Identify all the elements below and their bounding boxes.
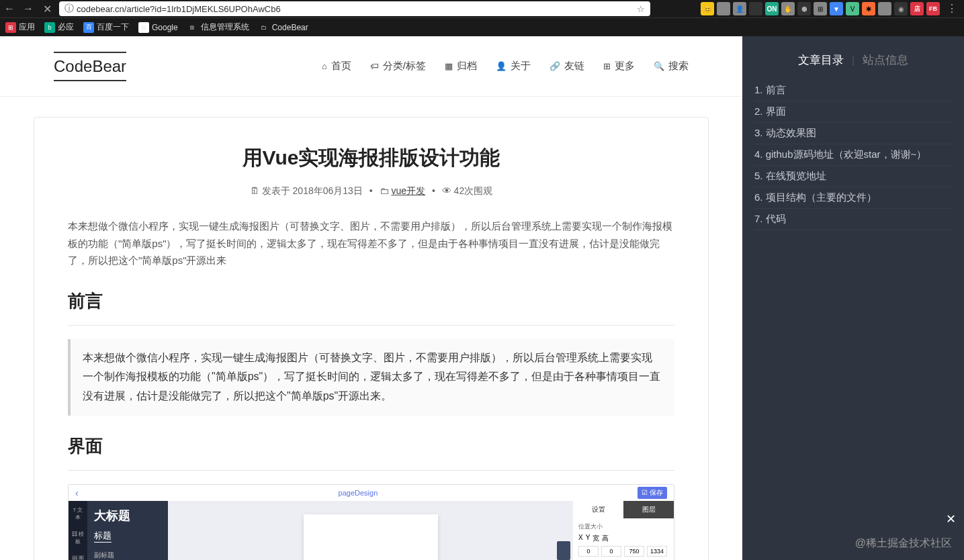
toc-item[interactable]: 2. 界面 (754, 101, 952, 123)
bookmark-codebear[interactable]: 🗀 CodeBear (259, 22, 308, 33)
stop-button[interactable]: ✕ (40, 2, 54, 15)
nav-home[interactable]: ⌂首页 (322, 60, 351, 73)
nav-more[interactable]: ⊞更多 (603, 60, 635, 73)
toc-item[interactable]: 1. 前言 (754, 80, 952, 101)
home-icon: ⌂ (322, 61, 327, 71)
bookmark-bing[interactable]: b 必应 (44, 21, 74, 33)
url-text: codebear.cn/article?id=1lrb1DjMEKLS6UPOh… (77, 4, 281, 14)
ext-icon[interactable]: 😊 (701, 2, 714, 15)
lp-title: 标题 (94, 530, 112, 543)
foreword-quote: 本来想做个微信小程序，实现一键生成海报图片（可替换文字、图片，不需要用户排版），… (68, 339, 674, 416)
nav-links[interactable]: 🔗友链 (550, 60, 584, 73)
bookmark-baidu[interactable]: 百 百度一下 (83, 21, 129, 33)
site-logo[interactable]: CodeBear (54, 52, 126, 81)
article-title: 用Vue实现海报排版设计功能 (68, 144, 674, 172)
info-icon[interactable]: ⓘ (64, 3, 74, 15)
toc-sidebar: 文章目录 | 站点信息 1. 前言 2. 界面 3. 动态效果图 4. gith… (742, 36, 964, 560)
lp-bigtitle: 大标题 (94, 508, 161, 524)
tool-image: ▦ 图片 (71, 555, 85, 560)
user-icon: 👤 (496, 61, 507, 71)
watermark: @稀土掘金技术社区 (855, 536, 952, 551)
nav-about[interactable]: 👤关于 (496, 60, 531, 73)
more-icon: ⊞ (603, 61, 611, 71)
tool-template: ☷ 模板 (71, 530, 85, 545)
nav-search[interactable]: 🔍搜索 (654, 60, 689, 73)
embed-title: pageDesign (79, 489, 638, 497)
rp-tab-settings: 设置 (573, 501, 623, 518)
main-nav: ⌂首页 🏷分类/标签 ▦归档 👤关于 🔗友链 ⊞更多 🔍搜索 (322, 60, 689, 73)
divider (68, 470, 674, 471)
ext-icon[interactable]: 👤 (733, 2, 746, 15)
canvas-page (304, 514, 438, 560)
ext-icon[interactable]: FB (926, 2, 940, 15)
nav-tags[interactable]: 🏷分类/标签 (370, 60, 426, 73)
article-card: 用Vue实现海报排版设计功能 🗓 发表于 2018年06月13日 • 🗀 vue… (34, 117, 709, 560)
ext-icon[interactable]: ON (765, 2, 779, 15)
toc-item[interactable]: 4. github源码地址（欢迎star，谢谢~） (754, 144, 952, 166)
ext-icon[interactable]: 店 (910, 2, 924, 15)
ext-icon[interactable]: ⊞ (814, 2, 827, 15)
section-interface: 界面 (68, 434, 674, 458)
url-bar[interactable]: ⓘ codebear.cn/article?id=1lrb1DjMEKLS6UP… (59, 1, 650, 16)
toc-tab-siteinfo[interactable]: 站点信息 (863, 52, 908, 68)
link-icon: 🔗 (550, 61, 560, 71)
toc-item[interactable]: 3. 动态效果图 (754, 123, 952, 144)
bookmark-mis[interactable]: 🗎 信息管理系统 (187, 21, 249, 33)
ext-icon[interactable]: ▼ (830, 2, 843, 15)
search-icon: 🔍 (654, 61, 664, 71)
tag-icon: 🏷 (370, 61, 379, 71)
toc-item[interactable]: 5. 在线预览地址 (754, 166, 952, 187)
site-header: CodeBear ⌂首页 🏷分类/标签 ▦归档 👤关于 🔗友链 ⊞更多 🔍搜索 (0, 36, 742, 97)
calendar-icon: 🗓 (250, 185, 259, 196)
star-icon[interactable]: ☆ (637, 4, 645, 14)
ext-icon[interactable]: ⬢ (797, 2, 811, 15)
divider (68, 325, 674, 326)
bookmark-apps[interactable]: ⊞ 应用 (5, 21, 35, 33)
archive-icon: ▦ (445, 61, 453, 71)
ext-icon[interactable]: ◉ (894, 2, 908, 15)
article-summary: 本来想做个微信小程序，实现一键生成海报图片（可替换文字、图片，不需要用户排版），… (68, 218, 674, 269)
close-button[interactable]: ✕ (946, 512, 956, 526)
ext-icon[interactable]: ✋ (781, 2, 795, 15)
tool-text: T 文本 (71, 506, 85, 521)
embed-save: ☑ 保存 (638, 487, 667, 499)
back-button[interactable]: ← (3, 2, 16, 15)
ext-icon[interactable]: ✱ (862, 2, 875, 15)
ext-icon[interactable] (749, 2, 762, 15)
canvas-tool (557, 541, 570, 560)
folder-icon: 🗀 (380, 185, 389, 196)
bookmarks-bar: ⊞ 应用 b 必应 百 百度一下 G Google 🗎 信息管理系统 🗀 Cod… (0, 17, 964, 36)
menu-icon[interactable]: ⋮ (943, 2, 961, 15)
ext-icon[interactable] (717, 2, 730, 15)
rp-tab-layers: 图层 (623, 501, 674, 518)
toc-item[interactable]: 6. 项目结构（主要的文件） (754, 187, 952, 209)
forward-button[interactable]: → (21, 2, 35, 15)
nav-archive[interactable]: ▦归档 (445, 60, 477, 73)
ext-icon[interactable] (878, 2, 891, 15)
toc-item[interactable]: 7. 代码 (754, 209, 952, 230)
ext-icon[interactable]: V (846, 2, 859, 15)
embedded-screenshot: ‹ pageDesign ☑ 保存 T 文本 ☷ 模板 ▦ 图片 ◈ 素材 大标… (68, 484, 674, 560)
category-link[interactable]: vue开发 (391, 185, 425, 196)
tab-separator: | (852, 54, 855, 66)
eye-icon: 👁 (442, 185, 451, 196)
bookmark-google[interactable]: G Google (138, 22, 178, 33)
article-meta: 🗓 发表于 2018年06月13日 • 🗀 vue开发 • 👁 42次围观 (68, 185, 674, 197)
extension-icons: 😊 👤 ON ✋ ⬢ ⊞ ▼ V ✱ ◉ 店 FB ⋮ (701, 2, 961, 15)
toc-tab-contents[interactable]: 文章目录 (798, 52, 844, 68)
section-foreword: 前言 (68, 289, 674, 313)
